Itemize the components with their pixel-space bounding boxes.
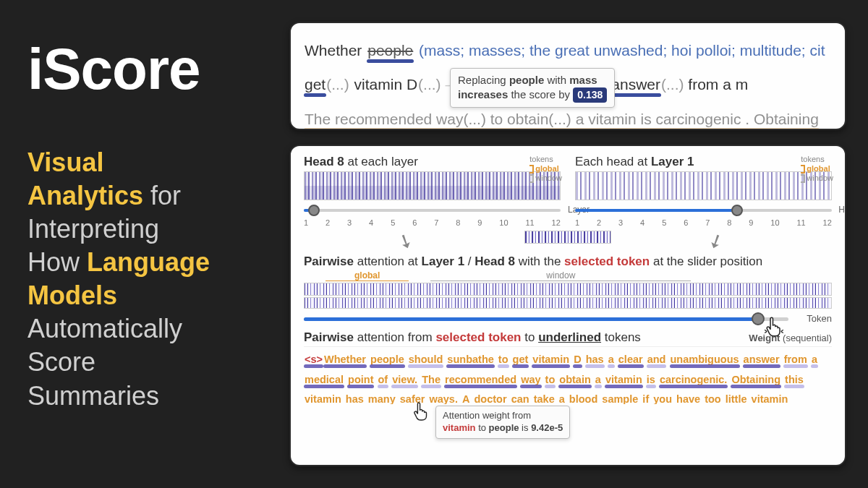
- layer-slider[interactable]: Layer: [304, 203, 561, 218]
- synonym-list[interactable]: (mass; masses; the great unwashed; hoi p…: [418, 42, 825, 59]
- slider-thumb[interactable]: [731, 205, 743, 216]
- attention-weight-tooltip: Attention weight from vitamin to people …: [435, 406, 570, 439]
- arrow-icon: ➘: [393, 228, 417, 254]
- replaced-token[interactable]: people: [367, 42, 414, 59]
- token-replacement-panel: Whether people (mass; masses; the great …: [289, 22, 846, 130]
- layer-ticks: 123456789101112: [304, 218, 561, 227]
- slider-thumb[interactable]: [308, 205, 320, 216]
- head-slider[interactable]: Head: [575, 203, 832, 218]
- weight-legend: Weight (sequential): [749, 333, 832, 343]
- head-ticks: 123456789101112: [575, 218, 832, 227]
- attention-strip-window[interactable]: [304, 297, 832, 309]
- token-attention-text[interactable]: <s>Whether people should sunbathe to get…: [304, 346, 832, 404]
- pairwise-from-to-title: Pairwise attention from selected token t…: [304, 330, 641, 345]
- score-delta-badge: 0.138: [573, 87, 607, 103]
- attention-strip-global[interactable]: [304, 283, 832, 296]
- heatmap-row-labels: tokens global window: [529, 155, 562, 183]
- pairwise-title: Pairwise attention at Layer 1 / Head 8 w…: [304, 254, 832, 269]
- token-slider[interactable]: Token: [304, 310, 832, 328]
- sentence-line-1: Whether people (mass; masses; the great …: [304, 33, 832, 67]
- attention-panel: Head 8 at each layer tokens global windo…: [289, 145, 846, 466]
- heatmap-layer1[interactable]: [575, 171, 832, 200]
- heads-at-layer1-block: Each head at Layer 1 tokens global windo…: [575, 155, 832, 227]
- axis-label-token: Token: [807, 313, 832, 324]
- arrow-icon: ➘: [703, 228, 727, 254]
- connector-row: ➘ ➘: [304, 230, 832, 252]
- mini-attention-strip: [524, 231, 611, 244]
- pointer-cursor-icon: [412, 401, 430, 424]
- heatmap-row-labels: tokens global window: [801, 155, 833, 183]
- replacement-tooltip: Replacing people with mass increases the…: [450, 68, 615, 108]
- slider-thumb[interactable]: [752, 312, 765, 325]
- axis-label-head: Head: [838, 205, 846, 216]
- heatmap-head8[interactable]: [304, 171, 561, 200]
- global-window-brackets: global window: [326, 270, 832, 281]
- tagline: Visual Analytics for Interpreting How La…: [27, 146, 273, 413]
- brand-title: iScore: [27, 36, 273, 103]
- head8-per-layer-block: Head 8 at each layer tokens global windo…: [304, 155, 561, 227]
- drag-cursor-icon: [763, 316, 785, 341]
